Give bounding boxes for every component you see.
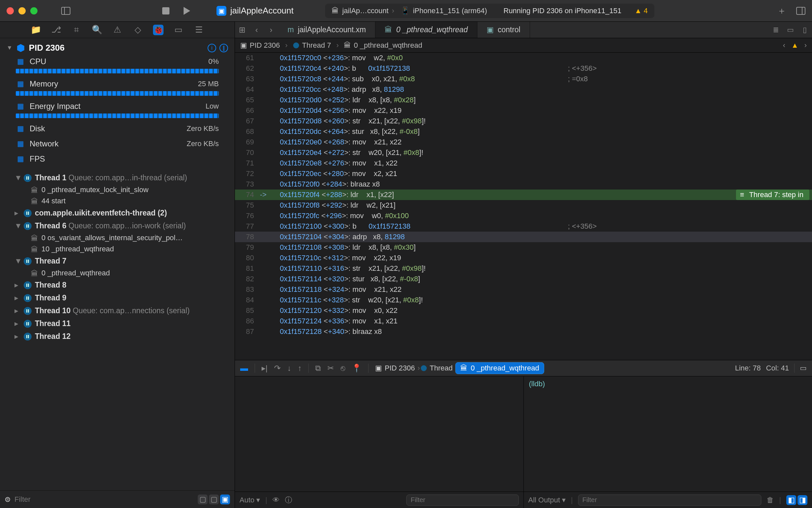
related-items-button[interactable]: ⊞: [235, 25, 249, 35]
jump-pid[interactable]: ▣PID 2306: [240, 41, 280, 50]
toggle-inspector-icon[interactable]: [796, 6, 805, 15]
stack-frame-row[interactable]: 🏛0 _pthread_wqthread: [5, 267, 229, 279]
step-over-button[interactable]: ↷: [274, 364, 281, 373]
asm-line[interactable]: 61 0x1f15720c0 <+236>: mov w2, #0x0: [235, 53, 812, 63]
disclosure-triangle-icon[interactable]: ▼: [14, 173, 20, 182]
debug-pid[interactable]: PID 2306: [385, 364, 415, 373]
editor-options-button[interactable]: ≣: [769, 26, 783, 34]
quicklook-icon[interactable]: 👁: [272, 496, 280, 504]
add-editor-button[interactable]: ▯: [798, 26, 812, 34]
jump-frame[interactable]: 🏛0 _pthread_wqthread: [344, 41, 422, 50]
disclosure-triangle-icon[interactable]: ▼: [7, 44, 12, 51]
asm-line[interactable]: 85 0x1f1572120 <+332>: mov x0, x22: [235, 305, 812, 316]
info-icon[interactable]: ⓘ: [285, 495, 292, 505]
asm-line[interactable]: 68 0x1f15720dc <+264>: stur x8, [x22, #-…: [235, 126, 812, 137]
disclosure-triangle-icon[interactable]: ▸: [14, 319, 20, 328]
gauge-fps[interactable]: ▦ FPS: [0, 153, 234, 168]
report-navigator-tab[interactable]: ☰: [194, 25, 204, 35]
prev-issue-button[interactable]: ‹: [783, 41, 785, 50]
gauge-network[interactable]: ▦ Network Zero KB/s: [0, 138, 234, 153]
filter-crashed-button[interactable]: ▢: [209, 495, 219, 504]
symbol-navigator-tab[interactable]: ⌗: [72, 25, 82, 35]
trash-icon[interactable]: 🗑: [767, 496, 774, 504]
gauge-memory[interactable]: ▦ Memory 25 MB: [0, 78, 234, 100]
navigator-filter-input[interactable]: [14, 495, 194, 504]
gauge-energy-impact[interactable]: ▦ Energy Impact Low: [0, 100, 234, 123]
step-into-button[interactable]: ↓: [287, 364, 291, 373]
asm-line[interactable]: 70 0x1f15720e4 <+272>: str w20, [x21, #0…: [235, 147, 812, 158]
editor-tab[interactable]: m jailAppleAccount.xm: [279, 22, 375, 38]
scheme-selector[interactable]: ▣ jailAppleAccount: [216, 6, 294, 16]
memory-graph-button[interactable]: ✂: [327, 364, 334, 373]
asm-line[interactable]: 62 0x1f15720c4 <+240>: b 0x1f1572138; <+…: [235, 63, 812, 74]
go-back-button[interactable]: ‹: [249, 25, 264, 35]
asm-line[interactable]: 65 0x1f15720d0 <+252>: ldr x8, [x8, #0x2…: [235, 95, 812, 105]
breakpoint-navigator-tab[interactable]: ▭: [173, 25, 184, 35]
asm-line[interactable]: 77 0x1f1572100 <+300>: b 0x1f1572138; <+…: [235, 221, 812, 231]
asm-line[interactable]: 84 0x1f157211c <+328>: str w20, [x21, #0…: [235, 295, 812, 305]
thread-row[interactable]: ▼ Thread 1 Queue: com.app…in-thread (ser…: [5, 171, 229, 184]
disclosure-triangle-icon[interactable]: ▸: [14, 306, 20, 315]
console-output[interactable]: (lldb): [524, 376, 812, 492]
variables-body[interactable]: [235, 376, 523, 492]
continue-button[interactable]: ▸|: [262, 364, 267, 373]
test-navigator-tab[interactable]: ◇: [133, 25, 143, 35]
asm-line[interactable]: 71 0x1f15720e8 <+276>: mov x1, x22: [235, 158, 812, 168]
asm-line[interactable]: 81 0x1f1572110 <+316>: str x21, [x22, #0…: [235, 263, 812, 274]
disassembly-view[interactable]: 61 0x1f15720c0 <+236>: mov w2, #0x062 0x…: [235, 53, 812, 360]
source-control-navigator-tab[interactable]: ⎇: [51, 25, 61, 35]
debug-frame-pill[interactable]: 🏛0 _pthread_wqthread: [455, 362, 544, 374]
find-navigator-tab[interactable]: 🔍: [92, 25, 102, 35]
asm-line[interactable]: 82 0x1f1572114 <+320>: stur x8, [x22, #-…: [235, 274, 812, 284]
step-badge[interactable]: Thread 7: step in: [736, 189, 809, 200]
variables-filter-input[interactable]: [406, 495, 518, 506]
jump-thread[interactable]: Thread 7: [293, 41, 331, 50]
gauge-disk[interactable]: ▦ Disk Zero KB/s: [0, 123, 234, 138]
toggle-minimap-button[interactable]: ▭: [800, 364, 807, 373]
process-header[interactable]: ▼ PID 2306 i ‖: [0, 40, 234, 55]
stop-button[interactable]: [161, 6, 170, 15]
disclosure-triangle-icon[interactable]: ▸: [14, 294, 20, 302]
warnings-indicator[interactable]: ▲ 4: [635, 7, 648, 15]
minimize-window-button[interactable]: [18, 7, 26, 14]
console-output-popup[interactable]: All Output ▾: [528, 496, 566, 504]
close-window-button[interactable]: [7, 7, 14, 14]
toggle-navigator-icon[interactable]: [61, 6, 71, 15]
thread-row[interactable]: ▸ Thread 9: [5, 292, 229, 304]
asm-line[interactable]: 80 0x1f157210c <+312>: mov x22, x19: [235, 253, 812, 263]
next-issue-button[interactable]: ›: [804, 41, 807, 50]
debug-thread[interactable]: Thread: [430, 364, 453, 373]
adjust-editor-button[interactable]: ▭: [783, 26, 798, 34]
step-out-button[interactable]: ↑: [298, 364, 302, 373]
console-left-pane-toggle[interactable]: ◧: [786, 495, 796, 505]
gauge-cpu[interactable]: ▦ CPU 0%: [0, 55, 234, 78]
console-filter-input[interactable]: [578, 495, 761, 506]
run-button[interactable]: [182, 6, 191, 15]
debug-navigator-tab[interactable]: 🐞: [153, 25, 164, 35]
go-forward-button[interactable]: ›: [264, 25, 279, 35]
asm-line[interactable]: 72 0x1f15720ec <+280>: mov x2, x21: [235, 168, 812, 179]
asm-line[interactable]: 66 0x1f15720d4 <+256>: mov x22, x19: [235, 105, 812, 116]
simulate-location-button[interactable]: 📍: [352, 364, 361, 373]
editor-tab[interactable]: 🏛 0 _pthread_wqthread: [375, 22, 477, 38]
asm-line[interactable]: 67 0x1f15720d8 <+260>: str x21, [x22, #0…: [235, 116, 812, 126]
hide-debug-area-button[interactable]: ▬: [240, 364, 248, 373]
console-right-pane-toggle[interactable]: ◨: [798, 495, 807, 505]
add-tab-button[interactable]: ＋: [777, 6, 786, 15]
editor-tab[interactable]: ▣ control: [477, 22, 530, 38]
view-debugger-button[interactable]: ⧉: [315, 364, 321, 373]
disclosure-triangle-icon[interactable]: ▸: [14, 332, 20, 341]
stack-frame-row[interactable]: 🏛10 _pthread_wqthread: [5, 244, 229, 255]
env-overrides-button[interactable]: ⎋: [341, 364, 345, 373]
thread-row[interactable]: ▸ Thread 8: [5, 279, 229, 292]
asm-line[interactable]: 63 0x1f15720c8 <+244>: sub x0, x21, #0x8…: [235, 74, 812, 84]
asm-line[interactable]: 76 0x1f15720fc <+296>: mov w0, #0x100: [235, 211, 812, 221]
asm-line[interactable]: 83 0x1f1572118 <+324>: mov x21, x22: [235, 284, 812, 295]
filter-tag-button[interactable]: ▢: [198, 495, 208, 504]
disclosure-triangle-icon[interactable]: ▼: [14, 257, 20, 265]
asm-line[interactable]: 86 0x1f1572124 <+336>: mov x1, x21: [235, 316, 812, 326]
issue-navigator-tab[interactable]: ⚠: [112, 25, 123, 35]
asm-line[interactable]: 87 0x1f1572128 <+340>: blraaz x8: [235, 326, 812, 337]
thread-info-button[interactable]: i: [208, 44, 216, 52]
asm-line[interactable]: 73 0x1f15720f0 <+284>: blraaz x8: [235, 179, 812, 189]
